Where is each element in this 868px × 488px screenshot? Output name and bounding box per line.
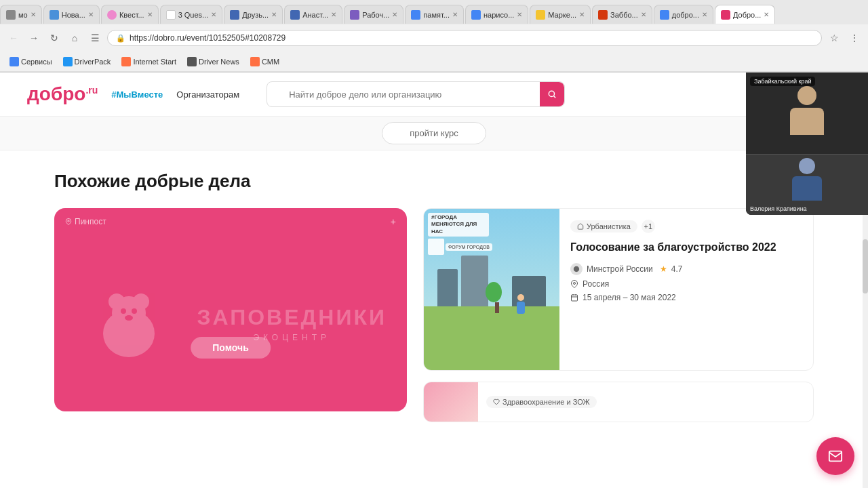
back-button[interactable]: ← [5,30,22,46]
svg-point-13 [125,315,133,321]
event-details-1: Урбанистика +1 Голосование за благоустро… [559,209,813,370]
browser-chrome: мо ✕ Новa... ✕ Квест... ✕ 3 Ques... ✕ Др… [0,0,868,73]
tab-close-12[interactable]: ✕ [702,11,707,18]
event-location-1: Россия [570,279,802,289]
org-icon [570,263,583,275]
search-button[interactable] [540,82,564,106]
bookmarks-bar: Сервисы DriverPack Internet Start Driver… [0,52,868,72]
tab-8[interactable]: памят... ✕ [405,5,464,24]
tab-close-1[interactable]: ✕ [31,11,36,18]
tab-12[interactable]: добро... ✕ [654,5,713,24]
card-help-button[interactable]: Помочь [191,337,271,359]
chat-button[interactable] [816,437,854,475]
page-body: Похожие добрые дела Пинпост + [0,150,868,443]
tab-4[interactable]: 3 Ques... ✕ [160,5,223,24]
bookmark-cmm[interactable]: СMM [246,56,283,68]
hashtag-link[interactable]: #МыВместе [111,89,163,100]
tab-close-3[interactable]: ✕ [147,11,153,18]
tab-13[interactable]: Добро... ✕ [715,5,775,24]
rating-star-icon: ★ [660,264,667,274]
person-bottom [787,158,827,212]
tab-5[interactable]: Друзь... ✕ [224,5,283,24]
event-card-1[interactable]: #ГОРОДА МЕНЯЮТСЯ ДЛЯ НАС ФОРУМ ГОРОДОВ [423,208,814,371]
svg-point-12 [132,308,137,314]
bookmark-driverpack[interactable]: DriverPack [59,56,115,68]
tab-close-7[interactable]: ✕ [392,11,397,18]
bookmark-star[interactable]: ☆ [826,30,842,46]
section-title: Похожие добрые дела [54,171,814,192]
event-image-2 [424,382,478,422]
person-head [517,294,524,301]
page-content: добро.ru #МыВместе Организаторам 🔔 Меню [0,73,868,488]
ground [424,306,559,371]
city-illustration: #ГОРОДА МЕНЯЮТСЯ ДЛЯ НАС ФОРУМ ГОРОДОВ [424,209,559,371]
tab-close-11[interactable]: ✕ [641,11,646,18]
category-badge: Урбанистика [570,220,637,232]
category-plus: +1 [642,220,655,233]
person-top [787,86,827,140]
event-date-1: 15 апреля – 30 мая 2022 [570,293,802,302]
tab-7[interactable]: Рабоч... ✕ [344,5,403,24]
card-top: Пинпост + [54,208,407,235]
forward-button[interactable]: → [26,30,42,46]
reader-button[interactable]: ☰ [87,30,103,46]
refresh-button[interactable]: ↻ [46,30,62,46]
event-card-2[interactable]: Здравоохранение и ЗОЖ [423,382,814,422]
address-bar[interactable]: 🔒 https://dobro.ru/event/10152505#102087… [107,30,822,46]
tab-11[interactable]: Заббо... ✕ [592,5,652,24]
tab-close-9[interactable]: ✕ [517,11,522,18]
search-input[interactable] [281,82,540,106]
image-badges: #ГОРОДА МЕНЯЮТСЯ ДЛЯ НАС ФОРУМ ГОРОДОВ [428,213,492,255]
tab-close-6[interactable]: ✕ [331,11,336,18]
right-events: #ГОРОДА МЕНЯЮТСЯ ДЛЯ НАС ФОРУМ ГОРОДОВ [423,208,814,422]
video-bottom: Валерия Крапивина [746,154,868,215]
img-badge-1: #ГОРОДА МЕНЯЮТСЯ ДЛЯ НАС [428,213,489,237]
video-top-label: Забайкальский край [750,77,815,86]
lock-icon: 🔒 [116,34,125,43]
tree-trunk [495,302,499,313]
tab-10[interactable]: Марке... ✕ [530,5,591,24]
svg-point-6 [68,220,70,222]
tab-close-2[interactable]: ✕ [88,11,94,18]
tab-1[interactable]: мо ✕ [0,5,42,24]
scrollbar-thumb[interactable] [863,239,868,293]
tab-2[interactable]: Новa... ✕ [43,5,100,24]
logo-badge [428,239,444,255]
tab-close-5[interactable]: ✕ [271,11,277,18]
cards-grid: Пинпост + ЗАПО [54,208,814,422]
forum-badge: ФОРУМ ГОРОДОВ [446,243,492,251]
tab-close-13[interactable]: ✕ [764,11,769,18]
event-title-1: Голосование за благоустройство 2022 [570,240,802,255]
person-head-bottom [799,158,815,174]
event-image-1: #ГОРОДА МЕНЯЮТСЯ ДЛЯ НАС ФОРУМ ГОРОДОВ [424,209,559,371]
site-logo[interactable]: добро.ru [27,83,98,105]
svg-point-10 [133,293,149,310]
continue-course-button[interactable]: пройти курс [382,122,486,144]
tab-close-4[interactable]: ✕ [211,11,216,18]
card-add-icon[interactable]: + [391,216,396,227]
health-icon [493,399,500,405]
tab-6[interactable]: Анаст... ✕ [284,5,342,24]
tab-close-10[interactable]: ✕ [579,11,585,18]
bookmark-internet-start[interactable]: Internet Start [117,56,180,68]
tab-bar: мо ✕ Новa... ✕ Квест... ✕ 3 Ques... ✕ Др… [0,0,868,24]
tab-9[interactable]: нарисо... ✕ [465,5,528,24]
building-2 [461,256,488,310]
bookmark-driver-news[interactable]: Driver News [183,56,243,68]
tab-3[interactable]: Квест... ✕ [101,5,159,24]
tab-close-8[interactable]: ✕ [452,11,458,18]
event-category: Урбанистика +1 [570,220,802,233]
img-badge-2: ФОРУМ ГОРОДОВ [428,239,492,255]
person-head-top [797,86,816,105]
bookmark-services[interactable]: Сервисы [5,56,56,68]
organizers-link[interactable]: Организаторам [176,89,239,100]
svg-point-14 [574,283,576,285]
above-fold-area: пройти курс [0,117,868,150]
left-event-card[interactable]: Пинпост + ЗАПО [54,208,407,411]
person-body [517,302,525,314]
person-body-bottom [792,176,822,201]
home-button[interactable]: ⌂ [66,30,83,46]
video-top: Забайкальский край [746,73,868,154]
extensions-button[interactable]: ⋮ [846,30,863,46]
svg-point-0 [549,91,554,96]
